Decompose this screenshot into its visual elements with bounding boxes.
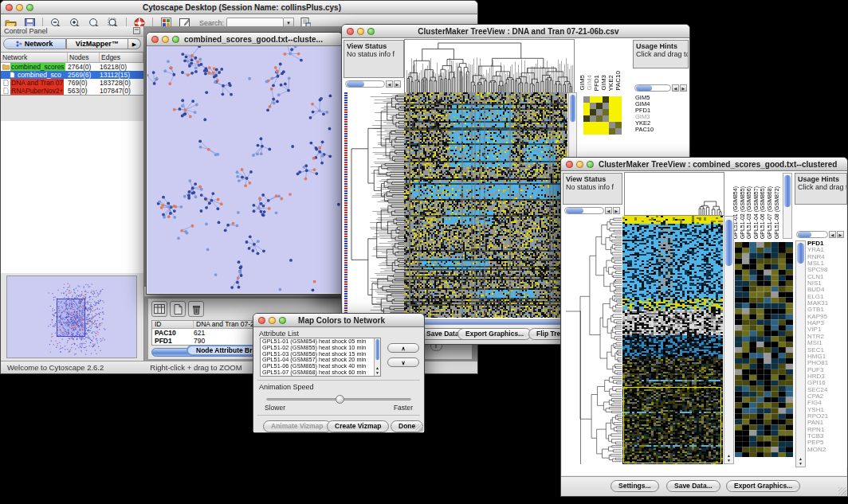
matrix-cell [590,96,596,103]
close-button[interactable] [151,36,159,43]
minimize-button[interactable] [16,4,23,11]
float-panel-icon[interactable] [133,27,140,35]
zoom-button[interactable] [26,4,33,11]
usage-hints-text: Click and drag to [798,183,847,191]
heatmap-vscrollbar[interactable]: ▲▼ [724,216,734,464]
dialog-titlebar[interactable]: Map Colors to Network [253,314,424,327]
column-dendrogram[interactable] [624,172,724,216]
network-overview-thumbnail[interactable] [6,275,137,358]
main-heatmap[interactable] [404,92,567,318]
tab-network[interactable]: Network [3,38,66,49]
control-panel-title: Control Panel [4,27,48,35]
attribute-list-item[interactable]: GPL51-07 (GSM868) heat shock 60 min [261,369,380,376]
treeview2-titlebar[interactable]: ClusterMaker TreeView : combined_scores_… [561,158,847,171]
tab-vizmapper[interactable]: VizMapper™ [66,38,129,49]
save-data-button[interactable]: Save Data... [666,480,720,492]
matrix-cell [583,122,590,128]
view-status-scrollbar[interactable]: ◀▶ [345,80,401,88]
attribute-list-scrollbar[interactable]: ▲▼ [374,338,380,376]
matrix-cell [583,109,590,115]
create-vizmap-button[interactable]: Create Vizmap [327,420,389,432]
gene-label-list[interactable]: PFD1YRA1RNR4MSL1SPC98CLN1NIS1BUD4ELG1MAK… [807,240,847,467]
view-status-panel: View Status No status info f [344,40,404,78]
close-button[interactable] [258,317,265,324]
network1-titlebar[interactable]: combined_scores_good.txt--cluste... [147,33,342,46]
resize-grip[interactable] [415,424,423,432]
matrix-cell [615,128,622,135]
usage-hints-scrollbar[interactable]: ◀▶ [634,84,687,92]
network1-canvas-area[interactable] [147,46,341,293]
network-table-row[interactable]: RNAPuberNov2+563(0)107847(0) [1,87,143,95]
usage-hints-text: Click and drag to [636,50,689,58]
treeview1-titlebar[interactable]: ClusterMaker TreeView : DNA and Tran 07-… [342,25,689,38]
slider-thumb[interactable] [336,395,344,404]
new-attribute-icon[interactable] [170,301,186,317]
matrix-cell [603,109,609,115]
settings-button[interactable]: Settings... [610,480,659,492]
close-button[interactable] [566,161,573,168]
minimize-button[interactable] [357,28,364,35]
row-dendrogram[interactable] [349,92,404,318]
matrix-cell [609,122,615,128]
minimize-button[interactable] [162,36,169,43]
column-label: GPL51-03 (GSM856) [746,186,753,239]
zoom-button[interactable] [279,317,286,324]
main-window-title: Cytoscape Desktop (Session Name: collins… [38,3,477,12]
treeview1-title: ClusterMaker TreeView : DNA and Tran 07-… [379,27,689,36]
matrix-cell [609,96,615,103]
export-graphics-button[interactable]: Export Graphics... [457,328,532,340]
zoom-submap[interactable] [735,242,793,457]
column-labels: GIM5GIM4PFD1GIM3YKE2PAC10 [579,41,626,91]
resize-grip[interactable] [838,487,846,495]
matrix-cell [590,115,596,122]
desktop: Cytoscape Desktop (Session Name: collins… [0,0,848,504]
gene-label[interactable]: MON2 [807,447,847,453]
close-button[interactable] [347,28,354,35]
zoom-button[interactable] [367,28,375,35]
animation-speed-slider[interactable] [266,398,411,400]
column-label: PFD1 [593,75,600,91]
minimize-button[interactable] [576,161,583,168]
animate-vizmap-button[interactable]: Animate Vizmap [263,420,332,432]
tab-overflow-arrow[interactable]: ▶ [128,38,141,49]
matrix-cell [603,128,609,135]
zoom-button[interactable] [587,161,594,168]
move-up-button[interactable]: ∧ [387,343,419,353]
network-table-row[interactable]: combined_sco2569(6)13112(15) [1,71,143,79]
column-labels-scrollbar[interactable] [783,173,792,239]
attribute-listbox[interactable]: GPL51-01 (GSM854) heat shock 05 minGPL51… [260,338,381,377]
section-divider [257,415,420,416]
treeview2-title: ClusterMaker TreeView : combined_scores_… [599,160,847,169]
matrix-cell [590,122,596,128]
view-status-title: View Status [347,42,401,50]
matrix-cell [596,122,603,128]
column-labels: GPL51-01 (GSM854)GPL51-02 (GSM855)GPL51-… [732,173,782,239]
main-titlebar[interactable]: Cytoscape Desktop (Session Name: collins… [1,1,477,14]
minimize-button[interactable] [269,317,276,324]
matrix-cell [615,115,622,122]
close-button[interactable] [6,4,13,11]
correlation-matrix[interactable] [583,96,622,135]
network-table-row[interactable]: combined_scores2764(0)16218(0) [1,63,143,71]
genelist-scrollbar[interactable]: ▲▼ [795,240,806,467]
select-attributes-icon[interactable] [151,301,167,317]
control-panel-empty-area [1,121,143,273]
main-heatmap[interactable] [622,216,723,464]
matrix-cell [596,109,603,115]
matrix-cell [603,103,609,109]
usage-hints-title: Usage Hints [636,42,685,50]
column-dendrogram[interactable] [404,39,575,93]
delete-attribute-icon[interactable] [188,301,204,317]
matrix-row-labels: GIM5GIM4PFD1GIM3YKE2PAC10 [635,95,654,133]
view-status-scrollbar[interactable]: ◀▶ [564,207,620,214]
matrix-cell [615,109,622,115]
usage-hints-scrollbar[interactable]: ◀▶ [796,231,844,238]
zoom-button[interactable] [172,36,179,43]
column-label: GIM4 [586,75,593,91]
row-dendrogram[interactable] [564,216,622,464]
network-table-row[interactable]: DNA and Tran 07769(0)183728(0) [1,79,143,87]
overview-viewport-rect[interactable] [57,299,85,337]
export-graphics-button[interactable]: Export Graphics... [726,480,800,492]
matrix-cell [583,128,590,135]
move-down-button[interactable]: ∨ [387,357,419,367]
